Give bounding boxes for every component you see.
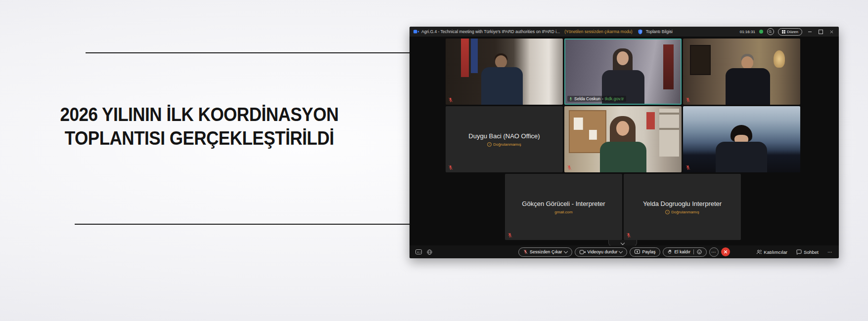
audio-tile-duygu[interactable]: Duygu Baci (NAO Office) i Doğrulanmamış	[446, 106, 563, 172]
raise-hand-button[interactable]: El kaldır	[663, 247, 707, 257]
muted-mic-icon	[685, 165, 690, 170]
muted-mic-icon	[567, 165, 572, 170]
meeting-timer: 01:16:31	[740, 30, 755, 34]
headline-line-2: TOPLANTISI GERÇEKLEŞTİRİLDİ	[43, 126, 357, 150]
participants-button[interactable]: Katılımcılar	[756, 249, 787, 255]
audio-tile-yelda[interactable]: Yelda Dogruoglu Interpreter i Doğrulanma…	[624, 174, 741, 240]
divider-line-bottom	[75, 224, 410, 225]
video-grid: Selda Coskun - tkdk.gov.tr Duygu Baci (N…	[410, 37, 839, 245]
participant-domain: tkdk.gov.tr	[605, 96, 624, 101]
webcam-feed	[446, 39, 563, 105]
webcam-feed	[683, 106, 800, 172]
divider	[693, 249, 694, 254]
participant-name: Duygu Baci (NAO Office)	[468, 132, 540, 140]
video-tile-mountain-backdrop[interactable]	[683, 106, 800, 172]
close-x-icon	[724, 250, 728, 254]
unverified-info-icon: i	[487, 142, 492, 147]
window-titlebar: Agri.G.4 - Technical meeting with Türkiy…	[410, 27, 839, 37]
close-button[interactable]	[828, 28, 835, 35]
muted-mic-icon	[626, 233, 631, 238]
chevron-down-icon[interactable]	[619, 249, 623, 253]
shield-icon	[638, 29, 642, 35]
captions-icon[interactable]	[415, 249, 422, 254]
participant-name: Gökçen Görüceli - Interpreter	[522, 200, 605, 207]
window-title: Agri.G.4 - Technical meeting with Türkiy…	[421, 29, 560, 34]
video-tile-corkboard-office[interactable]	[564, 106, 682, 172]
video-tile-selda-active-speaker[interactable]: Selda Coskun - tkdk.gov.tr	[564, 39, 682, 105]
shelf-prop	[659, 109, 679, 156]
page-title: 2026 YILININ İLK KOORDİNASYON TOPLANTISI…	[43, 103, 357, 150]
turkish-flag-prop	[461, 39, 469, 77]
webcam-feed	[565, 40, 681, 104]
webcam-feed	[683, 39, 800, 105]
lamp-prop	[774, 50, 785, 68]
eu-flag-prop	[471, 39, 478, 73]
muted-mic-icon	[507, 233, 512, 238]
participants-icon	[756, 249, 762, 255]
camera-icon	[580, 250, 586, 254]
stop-video-button[interactable]: Videoyu durdur	[575, 247, 628, 257]
chevron-down-icon[interactable]	[563, 249, 567, 253]
managed-unmute-mode-badge: (Yönetilen sessizden çıkarma modu)	[564, 29, 632, 34]
more-options-button[interactable]: ⋯	[709, 247, 719, 257]
page-background: 2026 YILININ İLK KOORDİNASYON TOPLANTISI…	[0, 0, 868, 321]
muted-mic-icon	[448, 97, 453, 103]
meeting-toolbar: Sessizden Çıkar Videoyu durdur Paylaş El…	[410, 245, 839, 258]
video-camera-icon	[413, 30, 419, 34]
audio-tile-gokcen[interactable]: Gökçen Görüceli - Interpreter gmail.com	[505, 174, 622, 240]
picture-frame-prop	[690, 45, 711, 75]
toolbar-more-button[interactable]: ⋯	[827, 249, 833, 255]
headline-line-1: 2026 YILININ İLK KOORDİNASYON	[43, 103, 357, 126]
participant-name-label: Selda Coskun - tkdk.gov.tr	[567, 96, 626, 102]
reactions-smiley-icon[interactable]	[697, 249, 702, 254]
chat-button[interactable]: Sohbet	[796, 249, 819, 255]
unmute-button[interactable]: Sessizden Çıkar	[518, 247, 572, 257]
verification-status: gmail.com	[554, 210, 572, 214]
chat-bubble-icon	[796, 249, 802, 255]
muted-mic-icon	[448, 165, 453, 170]
raise-hand-icon	[668, 249, 672, 254]
muted-mic-icon	[685, 97, 690, 103]
verification-status: i Doğrulanmamış	[487, 142, 521, 147]
chevron-down-icon	[621, 241, 625, 244]
webcam-feed	[564, 106, 682, 172]
meeting-info-button[interactable]: Toplantı Bilgisi	[646, 29, 673, 34]
connection-quality-icon	[759, 30, 763, 34]
wall-item-prop	[646, 112, 655, 129]
interpretation-globe-icon[interactable]	[427, 249, 432, 255]
mic-on-icon	[569, 97, 573, 101]
share-screen-icon	[635, 249, 640, 254]
maximize-button[interactable]	[817, 28, 824, 35]
leave-meeting-button[interactable]	[721, 247, 730, 256]
flag-prop	[663, 44, 674, 89]
grid-layout-icon	[782, 30, 785, 34]
participant-name: Yelda Dogruoglu Interpreter	[643, 200, 722, 207]
magnifier-icon[interactable]	[767, 28, 774, 35]
layout-button[interactable]: Düzen	[778, 28, 802, 36]
share-screen-button[interactable]: Paylaş	[630, 247, 660, 257]
meeting-window: Agri.G.4 - Technical meeting with Türkiy…	[410, 27, 839, 258]
muted-mic-icon	[523, 249, 528, 254]
verification-status: i Doğrulanmamış	[665, 210, 699, 214]
video-tile-office-flags[interactable]	[446, 39, 563, 105]
minimize-button[interactable]	[806, 28, 813, 35]
video-tile-beige-office[interactable]	[683, 39, 800, 105]
unverified-info-icon: i	[665, 210, 670, 214]
divider-line-top	[86, 52, 410, 53]
